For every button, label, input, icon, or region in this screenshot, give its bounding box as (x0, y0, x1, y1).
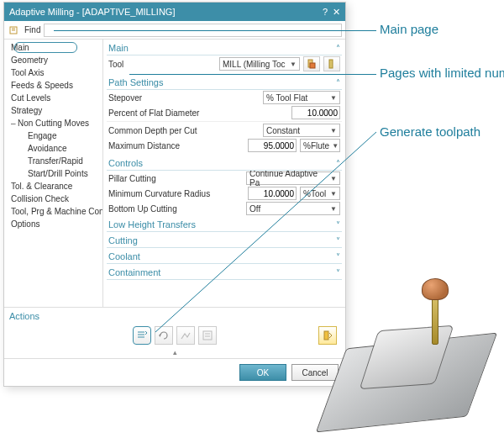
section-head-main[interactable]: Main ˄ (107, 41, 342, 55)
row-stepover: Stepover % Tool Flat ▼ (107, 90, 342, 105)
list-toolpath-button[interactable] (198, 326, 217, 345)
label-pfd: Percent of Flat Diameter (108, 108, 288, 118)
row-max-distance: Maximum Distance %Flute ▼ (107, 138, 342, 153)
actions-area: Actions ▴ (4, 307, 345, 358)
chevron-down-icon: ▼ (290, 61, 297, 68)
label-tool: Tool (108, 60, 216, 69)
chevron-down-icon: ˅ (336, 252, 340, 261)
section-title-cutting: Cutting (108, 235, 138, 245)
label-stepover: Stepover (108, 93, 260, 103)
callout-line (129, 74, 376, 75)
adaptive-milling-dialog: Adaptive Milling - [ADAPTIVE_MILLING] ? … (3, 2, 346, 387)
generate-toolpath-button[interactable] (133, 326, 151, 345)
row-percent-flat-diameter: Percent of Flat Diameter (107, 105, 342, 120)
expand-handle-icon[interactable]: ▴ (9, 348, 340, 356)
tree-item-avoidance[interactable]: Avoidance (4, 142, 102, 155)
mcr-unit: %Tool (303, 189, 326, 198)
depth-dropdown[interactable]: Constant ▼ (263, 124, 340, 137)
chevron-up-icon: ˄ (336, 44, 340, 53)
window-title: Adaptive Milling - [ADAPTIVE_MILLING] (9, 7, 318, 17)
row-common-depth: Common Depth per Cut Constant ▼ (107, 123, 342, 138)
section-head-path[interactable]: Path Settings ˄ (107, 76, 342, 90)
tool-info-button[interactable] (303, 56, 320, 71)
page-tree: Main Geometry Tool Axis Feeds & Speeds C… (4, 40, 103, 307)
buc-value: Off (249, 204, 260, 214)
section-title-containment: Containment (108, 267, 160, 277)
tree-item-transfer-rapid[interactable]: Transfer/Rapid (4, 155, 102, 167)
tool-dropdown-value: MILL (Milling Toc (223, 60, 285, 69)
close-icon[interactable]: ✕ (333, 7, 340, 18)
chevron-down-icon: ▼ (330, 190, 337, 198)
actions-title: Actions (9, 309, 340, 323)
section-head-cutting[interactable]: Cutting ˅ (107, 234, 342, 248)
label-pillar: Pillar Cutting (108, 174, 243, 183)
row-pillar-cutting: Pillar Cutting Continue Adaptive Pa ▼ (107, 171, 342, 186)
label-depth: Common Depth per Cut (108, 126, 260, 135)
chevron-down-icon: ▼ (330, 175, 337, 182)
mcr-input[interactable] (248, 187, 297, 200)
section-title-main: Main (108, 43, 129, 53)
content-pane: Main ˄ Tool MILL (Milling Toc ▼ Path Set… (103, 40, 345, 307)
callout-line (54, 30, 376, 31)
svg-marker-6 (159, 334, 160, 337)
chevron-down-icon: ˅ (336, 220, 340, 230)
tree-item-start-drill-points[interactable]: Start/Drill Points (4, 167, 102, 180)
section-head-low-height[interactable]: Low Height Transfers ˅ (107, 218, 342, 232)
tool-edit-button[interactable] (323, 56, 340, 71)
actions-row (9, 323, 340, 348)
ok-button[interactable]: OK (239, 364, 286, 381)
maxdist-input[interactable] (248, 139, 297, 152)
callout-generate-toolpath: Generate toolpath (380, 124, 480, 139)
tree-item-collision-check[interactable]: Collision Check (4, 193, 102, 205)
pillar-value: Continue Adaptive Pa (249, 169, 328, 187)
section-head-containment[interactable]: Containment ˅ (107, 266, 342, 280)
chevron-up-icon: ˄ (336, 159, 340, 168)
pfd-input[interactable] (291, 106, 340, 119)
chevron-down-icon: ˅ (336, 236, 340, 245)
show-result-button[interactable] (318, 326, 337, 345)
tree-item-strategy[interactable]: Strategy (4, 104, 102, 117)
tree-item-feeds-speeds[interactable]: Feeds & Speeds (4, 79, 102, 92)
tree-item-geometry[interactable]: Geometry (4, 54, 102, 66)
buc-dropdown[interactable]: Off ▼ (246, 202, 340, 215)
svg-rect-5 (329, 60, 333, 68)
depth-value: Constant (266, 126, 300, 135)
tree-item-non-cutting-moves[interactable]: Non Cutting Moves (4, 117, 102, 129)
part-illustration (323, 273, 499, 433)
help-icon[interactable]: ? (323, 7, 328, 17)
chevron-down-icon: ˅ (336, 268, 340, 277)
tree-item-main[interactable]: Main (4, 41, 102, 54)
mcr-unit-dropdown[interactable]: %Tool ▼ (300, 187, 340, 200)
section-head-coolant[interactable]: Coolant ˅ (107, 250, 342, 264)
stepover-value: % Tool Flat (266, 93, 307, 103)
dialog-footer: OK Cancel (4, 358, 345, 386)
tree-item-tol-clearance[interactable]: Tol. & Clearance (4, 180, 102, 193)
maxdist-unit: %Flute (303, 141, 329, 150)
row-tool: Tool MILL (Milling Toc ▼ (107, 55, 342, 72)
tree-item-cut-levels[interactable]: Cut Levels (4, 92, 102, 104)
section-title-controls: Controls (108, 158, 143, 168)
section-head-controls[interactable]: Controls ˄ (107, 156, 342, 171)
row-min-curv-radius: Minimum Curvature Radius %Tool ▼ (107, 186, 342, 201)
callout-limited-pages: Pages with limited number of settings (380, 66, 504, 81)
tree-item-tool-axis[interactable]: Tool Axis (4, 66, 102, 79)
maxdist-unit-dropdown[interactable]: %Flute ▼ (300, 139, 340, 152)
tree-item-options[interactable]: Options (4, 218, 102, 230)
stepover-dropdown[interactable]: % Tool Flat ▼ (263, 91, 340, 104)
tree-item-tool-prg-machine[interactable]: Tool, Prg & Machine Control (4, 205, 102, 218)
callout-main-page: Main page (380, 22, 438, 36)
section-title-path: Path Settings (108, 77, 163, 87)
chevron-down-icon: ▼ (330, 205, 337, 213)
pillar-dropdown[interactable]: Continue Adaptive Pa ▼ (246, 172, 340, 185)
svg-rect-4 (310, 63, 315, 68)
section-title-lowheight: Low Height Transfers (108, 219, 196, 230)
dialog-body: Main Geometry Tool Axis Feeds & Speeds C… (4, 40, 345, 307)
section-title-coolant: Coolant (108, 251, 140, 261)
tool-dropdown[interactable]: MILL (Milling Toc ▼ (219, 57, 300, 71)
replay-toolpath-button[interactable] (155, 326, 173, 345)
chevron-down-icon: ▼ (332, 142, 339, 150)
cancel-button[interactable]: Cancel (291, 364, 339, 381)
verify-toolpath-button[interactable] (176, 326, 195, 345)
label-mcr: Minimum Curvature Radius (108, 189, 244, 198)
tree-item-engage[interactable]: Engage (4, 129, 102, 142)
